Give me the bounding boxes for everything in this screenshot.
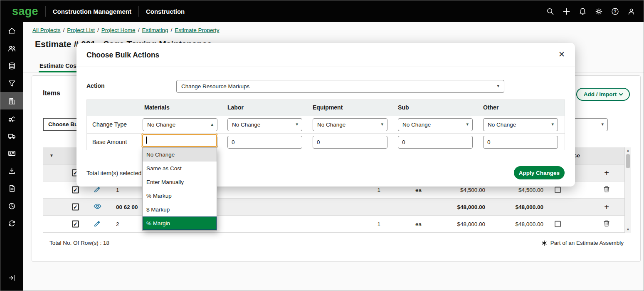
combo-value: No Change (313, 119, 387, 131)
breadcrumb-all-projects[interactable]: All Projects (32, 27, 61, 33)
modal-divider (76, 67, 575, 67)
total-rows-text: Total No. Of Row(s) : 18 (49, 240, 109, 246)
group-unit-price: $48,000.00 (435, 204, 485, 210)
breadcrumb-estimate-property[interactable]: Estimate Property (175, 27, 219, 33)
markup-table-header: Materials Labor Equipment Sub Other (87, 100, 565, 116)
change-type-other-combo[interactable]: No Change ▾ (483, 118, 558, 131)
scrollbar-thumb[interactable] (626, 154, 630, 168)
close-icon[interactable]: ✕ (558, 50, 565, 59)
column-header-equipment: Equipment (313, 104, 343, 111)
row-checkbox[interactable]: ✓ (72, 221, 79, 228)
breadcrumb-separator: / (170, 27, 172, 33)
base-amount-equipment-input[interactable] (313, 136, 387, 149)
item-unit-price: $4,500.00 (435, 187, 485, 193)
chevron-up-icon: ▴ (211, 122, 213, 127)
account-icon[interactable] (623, 3, 639, 20)
chevron-down-icon: ▾ (381, 122, 383, 127)
dropdown-option-enter-manually[interactable]: Enter Manually (143, 175, 217, 189)
row-secondary-checkbox[interactable] (555, 187, 561, 193)
search-icon[interactable] (542, 3, 558, 20)
chevron-down-icon: ▾ (296, 122, 298, 127)
dropdown-option-percent-markup[interactable]: % Markup (143, 189, 217, 203)
action-select[interactable]: Change Resource Markups ▾ (176, 80, 504, 93)
sidebar-item-contacts[interactable] (0, 144, 23, 162)
column-header-materials: Materials (144, 104, 170, 111)
base-amount-label: Base Amount (92, 139, 127, 145)
sidebar-item-team[interactable] (0, 40, 23, 57)
breadcrumb-project-list[interactable]: Project List (67, 27, 95, 33)
action-label: Action (86, 82, 105, 89)
items-panel-title: Items (43, 90, 60, 97)
group-code: 00 62 00 (116, 204, 138, 210)
breadcrumb-estimating[interactable]: Estimating (142, 27, 168, 33)
sidebar-item-import[interactable] (0, 162, 23, 179)
sidebar-item-reports[interactable] (0, 197, 23, 214)
sage-logo[interactable]: sage (12, 5, 38, 18)
change-type-equipment-combo[interactable]: No Change ▾ (313, 118, 387, 131)
row-checkbox[interactable]: ✓ (72, 187, 79, 194)
context-title: Construction (146, 8, 185, 15)
add-row-icon[interactable]: + (604, 168, 609, 177)
chevron-down-icon: ▾ (466, 122, 469, 127)
item-uom: ea (415, 187, 422, 193)
dropdown-filter-input[interactable] (142, 134, 217, 147)
view-eye-icon[interactable] (93, 202, 102, 211)
item-number: 1 (116, 187, 119, 193)
table-row: ✓ 2 1 ea $48,000.00 $48,000.00 (43, 216, 631, 233)
row-checkbox[interactable]: ✓ (72, 204, 79, 211)
chevron-down-icon: ▾ (551, 122, 554, 127)
add-import-button[interactable]: Add / Import (576, 88, 630, 101)
add-row-icon[interactable]: + (604, 202, 609, 211)
change-type-sub-combo[interactable]: No Change ▾ (398, 118, 473, 131)
sidebar-item-estimates[interactable] (0, 92, 23, 109)
item-uom: ea (415, 221, 422, 227)
sidebar-nav (0, 22, 23, 291)
dropdown-option-dollar-markup[interactable]: $ Markup (143, 203, 217, 216)
sidebar-item-documents[interactable] (0, 179, 23, 197)
app-title: Construction Management (53, 8, 131, 15)
base-amount-sub-input[interactable] (398, 136, 473, 149)
vertical-scrollbar[interactable]: ▲ ▼ (624, 147, 631, 233)
delete-trash-icon[interactable] (602, 185, 611, 194)
edit-pencil-icon[interactable] (93, 219, 102, 228)
expand-all-caret-icon[interactable]: ▼ (49, 153, 54, 158)
sidebar-item-home[interactable] (0, 22, 23, 40)
base-amount-labor-input[interactable] (227, 136, 302, 149)
settings-gear-icon[interactable] (591, 3, 607, 20)
base-amount-other-input[interactable] (483, 136, 558, 149)
text-cursor (146, 137, 147, 144)
add-icon[interactable] (558, 3, 575, 20)
chevron-down-icon: ▾ (601, 122, 604, 127)
assembly-note-text: Part of an Estimate Assembly (550, 240, 624, 246)
sidebar-item-filter[interactable] (0, 75, 23, 92)
row-secondary-checkbox[interactable] (555, 221, 561, 227)
sidebar-collapse-icon[interactable] (0, 269, 23, 286)
chevron-down-icon (619, 92, 623, 96)
notifications-icon[interactable] (575, 3, 591, 20)
sidebar-item-sync[interactable] (0, 214, 23, 232)
apply-changes-button[interactable]: Apply Changes (514, 166, 565, 179)
sidebar-item-fleet[interactable] (0, 127, 23, 144)
combo-value: No Change (143, 119, 217, 131)
sidebar-item-equipment[interactable] (0, 109, 23, 127)
scroll-up-icon[interactable]: ▲ (625, 147, 631, 154)
help-icon[interactable]: ? (607, 3, 623, 20)
item-total-price: $4,500.00 (493, 187, 543, 193)
divider (45, 6, 46, 17)
sidebar-item-cost-database[interactable] (0, 57, 23, 75)
dropdown-option-same-as-cost[interactable]: Same as Cost (143, 162, 217, 175)
scroll-down-icon[interactable]: ▼ (625, 226, 631, 233)
breadcrumb: All Projects/Project List/Project Home/E… (32, 27, 219, 33)
breadcrumb-separator: / (97, 27, 99, 33)
add-import-label: Add / Import (584, 91, 617, 97)
delete-trash-icon[interactable] (602, 219, 611, 228)
table-row: ✓ 00 62 00 $48,000.00 $48,000.00 + (43, 199, 631, 216)
dropdown-options-list: No Change Same as Cost Enter Manually % … (142, 147, 217, 231)
change-type-materials-combo[interactable]: No Change ▴ (143, 118, 217, 131)
dropdown-option-percent-margin[interactable]: % Margin (143, 216, 217, 230)
breadcrumb-project-home[interactable]: Project Home (101, 27, 136, 33)
change-type-labor-combo[interactable]: No Change ▾ (227, 118, 302, 131)
item-number: 2 (116, 221, 119, 227)
dropdown-option-no-change[interactable]: No Change (143, 148, 217, 162)
asterisk-icon (541, 240, 547, 246)
